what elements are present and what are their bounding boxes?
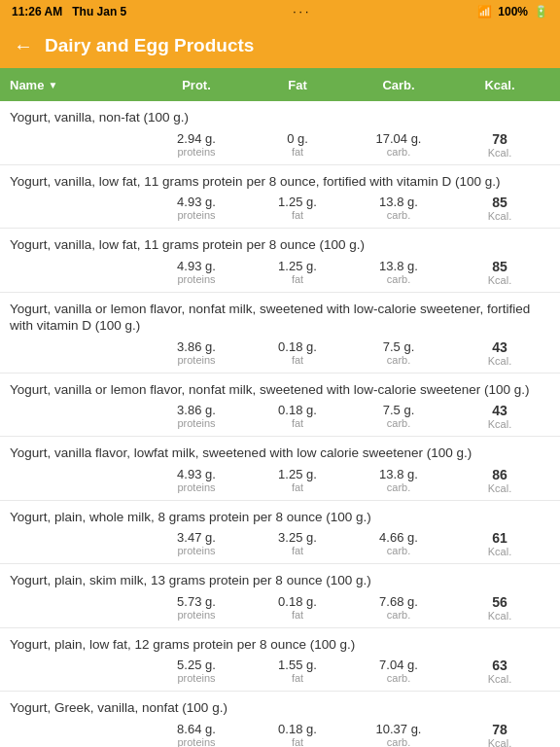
kcal-label: Kcal. <box>449 737 550 747</box>
stat-kcal: 86 Kcal. <box>449 467 550 494</box>
fat-value: 0.18 g. <box>247 594 348 609</box>
status-dots: ··· <box>293 5 311 18</box>
food-name: Yogurt, vanilla, low fat, 11 grams prote… <box>10 236 550 254</box>
stat-carb: 13.8 g. carb. <box>348 467 449 493</box>
sort-arrow-icon: ▼ <box>48 80 57 90</box>
stat-fat: 1.25 g. fat <box>247 195 348 221</box>
fat-label: fat <box>247 209 348 221</box>
fat-value: 1.55 g. <box>247 658 348 672</box>
protein-label: proteins <box>146 545 247 556</box>
stat-kcal: 85 Kcal. <box>449 195 550 222</box>
kcal-label: Kcal. <box>449 355 550 367</box>
stat-kcal: 85 Kcal. <box>449 259 550 286</box>
stat-fat: 1.55 g. fat <box>247 658 348 684</box>
fat-label: fat <box>247 545 348 556</box>
stat-kcal: 43 Kcal. <box>449 339 550 367</box>
stat-carb: 4.66 g. carb. <box>348 530 449 556</box>
protein-label: proteins <box>146 736 247 747</box>
food-item[interactable]: Yogurt, vanilla or lemon flavor, nonfat … <box>0 374 560 438</box>
stat-carb: 10.37 g. carb. <box>348 722 449 747</box>
protein-label: proteins <box>146 481 247 493</box>
kcal-label: Kcal. <box>449 673 550 685</box>
kcal-label: Kcal. <box>449 610 550 622</box>
kcal-value: 85 <box>449 259 550 274</box>
carb-value: 7.5 g. <box>348 403 449 417</box>
kcal-value: 43 <box>449 403 550 418</box>
fat-label: fat <box>247 417 348 429</box>
food-item[interactable]: Yogurt, Greek, vanilla, nonfat (100 g.) … <box>0 692 560 747</box>
col-header-protein[interactable]: Prot. <box>146 78 247 92</box>
stat-carb: 7.04 g. carb. <box>348 658 449 684</box>
fat-value: 0.18 g. <box>247 722 348 736</box>
fat-label: fat <box>247 481 348 493</box>
carb-label: carb. <box>348 481 449 493</box>
food-item[interactable]: Yogurt, plain, low fat, 12 grams protein… <box>0 628 560 693</box>
food-name: Yogurt, vanilla flavor, lowfat milk, swe… <box>10 445 550 462</box>
kcal-label: Kcal. <box>449 546 550 557</box>
carb-value: 7.68 g. <box>348 594 449 609</box>
kcal-value: 61 <box>449 530 550 546</box>
kcal-value: 78 <box>449 722 550 737</box>
food-item[interactable]: Yogurt, plain, skim milk, 13 grams prote… <box>0 564 560 628</box>
food-item[interactable]: Yogurt, plain, whole milk, 8 grams prote… <box>0 501 560 565</box>
protein-value: 4.93 g. <box>146 195 247 209</box>
food-name: Yogurt, Greek, vanilla, nonfat (100 g.) <box>10 699 550 717</box>
stat-protein: 4.93 g. proteins <box>146 467 247 493</box>
food-item[interactable]: Yogurt, vanilla, low fat, 11 grams prote… <box>0 165 560 230</box>
col-header-carb[interactable]: Carb. <box>348 78 449 92</box>
fat-label: fat <box>247 609 348 621</box>
stat-protein: 3.86 g. proteins <box>146 403 247 429</box>
food-item[interactable]: Yogurt, vanilla flavor, lowfat milk, swe… <box>0 437 560 501</box>
food-stats: 3.86 g. proteins 0.18 g. fat 7.5 g. carb… <box>10 403 550 430</box>
food-stats: 4.93 g. proteins 1.25 g. fat 13.8 g. car… <box>10 195 550 222</box>
fat-label: fat <box>247 672 348 684</box>
carb-label: carb. <box>348 545 449 556</box>
food-list: Yogurt, vanilla, non-fat (100 g.) 2.94 g… <box>0 101 560 747</box>
stat-protein: 3.47 g. proteins <box>146 530 247 556</box>
col-header-fat[interactable]: Fat <box>247 78 348 92</box>
food-name: Yogurt, vanilla, non-fat (100 g.) <box>10 109 550 126</box>
carb-value: 13.8 g. <box>348 259 449 273</box>
stat-carb: 7.5 g. carb. <box>348 403 449 429</box>
fat-value: 3.25 g. <box>247 530 348 545</box>
back-button[interactable]: ← <box>14 35 33 57</box>
stat-fat: 0.18 g. fat <box>247 339 348 366</box>
fat-label: fat <box>247 273 348 285</box>
stat-kcal: 56 Kcal. <box>449 594 550 622</box>
protein-value: 8.64 g. <box>146 722 247 736</box>
fat-value: 1.25 g. <box>247 195 348 209</box>
carb-label: carb. <box>348 273 449 285</box>
food-stats: 3.86 g. proteins 0.18 g. fat 7.5 g. carb… <box>10 339 550 367</box>
battery-icon: 🔋 <box>534 5 548 18</box>
status-right: 📶 100% 🔋 <box>477 5 548 18</box>
kcal-label: Kcal. <box>449 274 550 286</box>
protein-value: 5.73 g. <box>146 594 247 609</box>
stat-protein: 8.64 g. proteins <box>146 722 247 747</box>
col-header-kcal[interactable]: Kcal. <box>449 78 550 92</box>
kcal-label: Kcal. <box>449 418 550 430</box>
col-header-name[interactable]: Name ▼ <box>10 78 146 92</box>
carb-value: 10.37 g. <box>348 722 449 736</box>
food-stats: 5.25 g. proteins 1.55 g. fat 7.04 g. car… <box>10 658 550 685</box>
protein-label: proteins <box>146 354 247 366</box>
food-item[interactable]: Yogurt, vanilla, low fat, 11 grams prote… <box>0 229 560 293</box>
food-item[interactable]: Yogurt, vanilla, non-fat (100 g.) 2.94 g… <box>0 101 560 165</box>
stat-kcal: 78 Kcal. <box>449 131 550 159</box>
stat-fat: 0.18 g. fat <box>247 594 348 621</box>
carb-label: carb. <box>348 417 449 429</box>
stat-fat: 3.25 g. fat <box>247 530 348 556</box>
food-name: Yogurt, plain, whole milk, 8 grams prote… <box>10 509 550 526</box>
stat-protein: 3.86 g. proteins <box>146 339 247 366</box>
carb-value: 7.04 g. <box>348 658 449 672</box>
food-item[interactable]: Yogurt, vanilla or lemon flavor, nonfat … <box>0 293 560 374</box>
fat-value: 0.18 g. <box>247 403 348 417</box>
fat-value: 0.18 g. <box>247 339 348 354</box>
protein-value: 3.86 g. <box>146 339 247 354</box>
protein-value: 4.93 g. <box>146 259 247 273</box>
carb-value: 17.04 g. <box>348 131 449 146</box>
carb-label: carb. <box>348 354 449 366</box>
status-time: 11:26 AM Thu Jan 5 <box>12 5 126 18</box>
carb-value: 7.5 g. <box>348 339 449 354</box>
page-title: Dairy and Egg Products <box>45 35 254 56</box>
protein-label: proteins <box>146 609 247 621</box>
